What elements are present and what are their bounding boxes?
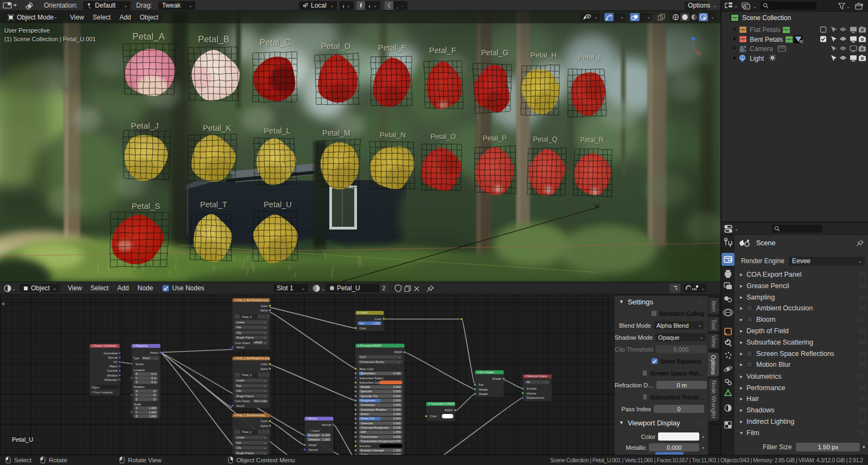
svg-text:Clip: Clip: [237, 446, 241, 449]
svg-text:Color: Color: [261, 419, 268, 423]
svg-text:Petal_P: Petal_P: [483, 135, 507, 142]
svg-text:Point: Point: [143, 356, 150, 360]
svg-text:Normal: Normal: [322, 423, 331, 426]
svg-text:Color: Color: [261, 362, 268, 366]
svg-text:0.500: 0.500: [393, 417, 401, 420]
svg-text:⌄: ⌄: [264, 389, 266, 392]
svg-text:Petal_L: Petal_L: [264, 126, 290, 135]
svg-text:0.000: 0.000: [393, 394, 401, 398]
svg-text:Transmission Roughness: Transmission Roughness: [361, 439, 394, 443]
svg-text:Petal_G: Petal_G: [481, 48, 509, 57]
svg-text:Christensen-Burley: Christensen-Burley: [360, 360, 385, 364]
svg-text:Petal_U: Petal_U: [242, 373, 252, 377]
svg-text:Window: Window: [107, 374, 117, 377]
svg-text:Alpha: Alpha: [260, 367, 268, 371]
svg-text:Color: Color: [261, 304, 268, 308]
svg-text:Clearcoat Roughness: Clearcoat Roughness: [361, 426, 389, 429]
svg-text:⌄: ⌄: [264, 321, 266, 324]
svg-text:0 m: 0 m: [151, 380, 156, 384]
svg-text:1.000: 1.000: [149, 411, 157, 414]
svg-text:▾ Bump: ▾ Bump: [307, 417, 316, 420]
svg-text:All: All: [527, 380, 530, 384]
svg-text:0.000: 0.000: [393, 435, 401, 438]
svg-text:BSDF: BSDF: [445, 409, 453, 412]
svg-text:Rotation: Rotation: [134, 385, 145, 388]
svg-text:Scene Collection: Scene Collection: [742, 14, 791, 22]
svg-text:Subsurface Radius: Subsurface Radius: [360, 377, 384, 380]
svg-text:□ Invert: □ Invert: [310, 429, 320, 432]
svg-text:1.000: 1.000: [373, 322, 380, 325]
svg-text:1.450: 1.450: [393, 430, 401, 434]
svg-text:Y: Y: [136, 393, 138, 397]
svg-text:Petal_N: Petal_N: [380, 131, 406, 139]
svg-text:Fac: Fac: [360, 322, 365, 325]
svg-text:0.000: 0.000: [393, 422, 401, 425]
svg-text:Color Space: Color Space: [235, 399, 251, 403]
svg-text:Reflection: Reflection: [105, 378, 118, 381]
svg-text:⌄: ⌄: [264, 451, 266, 455]
svg-text:Vector: Vector: [237, 346, 245, 349]
svg-text:⌄: ⌄: [264, 446, 266, 449]
svg-text:Petal_T: Petal_T: [200, 200, 227, 209]
svg-text:Alpha: Alpha: [260, 309, 268, 312]
svg-text:0.000: 0.000: [393, 412, 401, 416]
svg-text:⌄: ⌄: [264, 394, 266, 398]
svg-text:Petal_U: Petal_U: [242, 315, 252, 319]
svg-text:Location: Location: [134, 368, 145, 372]
svg-text:Color: Color: [360, 327, 367, 330]
svg-text:Anisotropic Rotation: Anisotropic Rotation: [361, 408, 387, 411]
svg-text:▾ Invert: ▾ Invert: [358, 311, 368, 314]
svg-text:Single Frame: Single Frame: [237, 451, 254, 455]
svg-text:Object: Object: [92, 386, 100, 389]
svg-text:Petal_K: Petal_K: [203, 123, 232, 132]
svg-text:▾ Material Output: ▾ Material Output: [525, 374, 548, 378]
svg-text:Anisotropic: Anisotropic: [361, 403, 375, 406]
svg-text:X: X: [136, 372, 138, 375]
svg-text:Linear: Linear: [237, 379, 245, 382]
svg-text:42: 42: [799, 40, 803, 43]
svg-text:Flat: Flat: [237, 441, 241, 444]
svg-text:Petal_E: Petal_E: [378, 43, 407, 52]
svg-text:Alpha: Alpha: [260, 424, 268, 428]
svg-text:Camera: Camera: [107, 369, 117, 372]
svg-text:Base Color: Base Color: [360, 367, 374, 371]
svg-text:Emission: Emission: [360, 444, 371, 448]
svg-text:Specular Tint: Specular Tint: [361, 394, 378, 398]
svg-text:Displacement: Displacement: [527, 396, 545, 399]
svg-text:Vector: Vector: [136, 362, 144, 366]
svg-text:sRGB: sRGB: [254, 341, 263, 344]
svg-text:Metallic: Metallic: [361, 385, 371, 388]
svg-text:GGX: GGX: [360, 355, 366, 359]
svg-text:Clearcoat: Clearcoat: [361, 422, 374, 425]
svg-text:0.030: 0.030: [393, 426, 401, 429]
svg-text:Petal_D: Petal_D: [321, 41, 350, 50]
svg-text:⌄: ⌄: [264, 436, 266, 439]
svg-text:Petal_I: Petal_I: [578, 53, 600, 61]
svg-text:0 m: 0 m: [151, 377, 156, 380]
svg-text:⌄: ⌄: [735, 227, 738, 232]
svg-text:X: X: [136, 406, 138, 410]
svg-text:⌄: ⌄: [545, 380, 548, 384]
svg-text:▾ Petal_U_BentRoughness.png: ▾ Petal_U_BentRoughness.png: [235, 357, 270, 360]
svg-text:0.000: 0.000: [393, 385, 401, 388]
svg-text:1.000: 1.000: [149, 415, 157, 418]
svg-text:BSDF: BSDF: [394, 351, 403, 354]
svg-text:Vector: Vector: [237, 404, 245, 407]
svg-text:0°: 0°: [154, 390, 156, 393]
svg-text:Light: Light: [750, 55, 764, 62]
svg-text:1.000: 1.000: [393, 449, 401, 452]
svg-text:Subsurface: Subsurface: [361, 372, 375, 375]
svg-text:0.000: 0.000: [393, 408, 401, 411]
svg-text:Color: Color: [375, 317, 382, 321]
svg-text:Flat Petals: Flat Petals: [750, 26, 781, 34]
svg-text:Subsurface Color: Subsurface Color: [360, 381, 381, 384]
svg-text:⌄: ⌄: [753, 4, 757, 9]
svg-text:Distance: Distance: [308, 438, 320, 441]
svg-text:IOR: IOR: [361, 430, 366, 434]
svg-text:Sheen: Sheen: [361, 412, 369, 416]
svg-text:Petal_C: Petal_C: [260, 38, 291, 48]
svg-text:⌄: ⌄: [264, 441, 266, 444]
svg-text:⌄: ⌄: [264, 379, 266, 382]
svg-text:Shader: Shader: [479, 392, 489, 396]
svg-text:Petal_J: Petal_J: [131, 121, 159, 130]
